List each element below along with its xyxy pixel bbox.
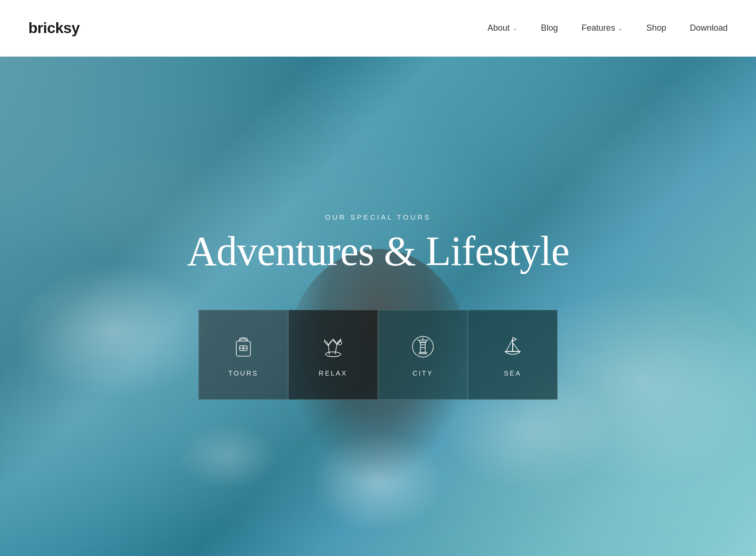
nav-label-about: About <box>488 23 510 33</box>
hero-content: OUR SPECIAL TOURS Adventures & Lifestyle <box>187 213 569 272</box>
backpack-icon <box>229 333 258 361</box>
nav-label-blog: Blog <box>541 23 558 33</box>
tour-label-tours: TOURS <box>228 369 258 377</box>
tour-label-city: CITY <box>412 369 433 377</box>
nav-label-shop: Shop <box>646 23 666 33</box>
nav-label-download: Download <box>690 23 728 33</box>
tour-label-sea: SEA <box>504 369 521 377</box>
main-nav: About ⌄ Blog Features ⌄ Shop Download <box>488 23 728 33</box>
svg-rect-15 <box>419 352 427 354</box>
nav-item-features[interactable]: Features ⌄ <box>582 23 623 33</box>
hero-title: Adventures & Lifestyle <box>187 231 569 272</box>
nav-item-about[interactable]: About ⌄ <box>488 23 517 33</box>
site-logo[interactable]: bricksy <box>28 19 80 37</box>
svg-line-18 <box>417 339 420 341</box>
chevron-down-icon: ⌄ <box>513 25 517 32</box>
svg-rect-12 <box>420 340 426 342</box>
sailboat-icon <box>498 333 527 361</box>
site-header: bricksy About ⌄ Blog Features ⌄ Shop Dow… <box>0 0 756 57</box>
hero-subtitle: OUR SPECIAL TOURS <box>187 213 569 221</box>
tour-label-relax: RELAX <box>319 369 348 377</box>
nav-label-features: Features <box>582 23 615 33</box>
svg-line-8 <box>335 345 337 354</box>
hero-section: OUR SPECIAL TOURS Adventures & Lifestyle <box>0 57 756 556</box>
nav-item-download[interactable]: Download <box>690 23 728 33</box>
tour-card-tours[interactable]: TOURS <box>198 310 288 400</box>
nav-item-shop[interactable]: Shop <box>646 23 666 33</box>
tour-cards-container: TOURS <box>198 310 558 400</box>
chevron-down-icon: ⌄ <box>618 25 623 32</box>
svg-line-17 <box>426 339 429 341</box>
svg-rect-11 <box>421 342 425 352</box>
tour-card-sea[interactable]: SEA <box>468 310 558 400</box>
tour-card-relax[interactable]: RELAX <box>288 310 378 400</box>
svg-line-7 <box>328 346 329 354</box>
tour-card-city[interactable]: CITY <box>378 310 468 400</box>
island-icon <box>319 333 347 361</box>
lighthouse-icon <box>409 333 437 361</box>
nav-item-blog[interactable]: Blog <box>541 23 558 33</box>
svg-point-6 <box>326 352 341 357</box>
